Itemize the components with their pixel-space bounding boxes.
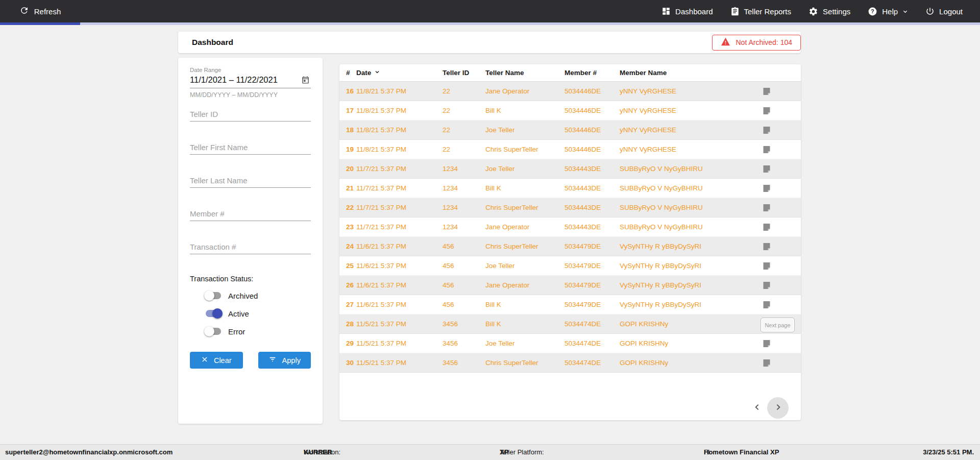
table-row[interactable]: 1911/8/21 5:37 PM22Chris SuperTeller5034… bbox=[339, 140, 801, 159]
nav-logout[interactable]: Logout bbox=[925, 7, 963, 16]
transactions-table-card: # Date Teller ID Teller Name Member # Me… bbox=[339, 64, 801, 420]
apply-button[interactable]: Apply bbox=[258, 352, 311, 369]
calendar-icon[interactable] bbox=[301, 76, 310, 84]
table-row[interactable]: 2911/5/21 5:37 PM3456Joe Teller5034474DE… bbox=[339, 334, 801, 353]
nav-settings-label: Settings bbox=[823, 7, 850, 16]
row-date: 11/8/21 5:37 PM bbox=[356, 107, 443, 114]
nav-settings[interactable]: Settings bbox=[808, 7, 850, 16]
refresh-button[interactable]: Refresh bbox=[0, 0, 80, 22]
col-header-member-number[interactable]: Member # bbox=[565, 69, 620, 77]
note-icon[interactable] bbox=[759, 262, 801, 270]
note-icon[interactable] bbox=[759, 107, 801, 115]
row-number: 18 bbox=[346, 126, 356, 134]
row-teller-name: Jane Operator bbox=[485, 87, 565, 95]
nav-dashboard[interactable]: Dashboard bbox=[662, 7, 713, 16]
note-icon[interactable] bbox=[759, 184, 801, 192]
clipboard-icon bbox=[730, 7, 740, 16]
svg-text:?: ? bbox=[871, 8, 874, 14]
clear-label: Clear bbox=[214, 356, 232, 365]
row-number: 17 bbox=[346, 107, 356, 114]
nav-dashboard-label: Dashboard bbox=[675, 7, 713, 16]
row-member-number: 5034443DE bbox=[565, 184, 620, 192]
row-number: 25 bbox=[346, 262, 356, 270]
row-teller-id: 1234 bbox=[443, 165, 485, 173]
note-icon[interactable] bbox=[759, 301, 801, 309]
col-header-member-name[interactable]: Member Name bbox=[620, 69, 759, 77]
row-member-name: GOPI KRISHNy bbox=[620, 359, 759, 367]
row-member-number: 5034446DE bbox=[565, 126, 620, 134]
table-row[interactable]: 2411/6/21 5:37 PM456Chris SuperTeller503… bbox=[339, 237, 801, 256]
next-page-button[interactable] bbox=[767, 397, 789, 419]
note-icon[interactable] bbox=[759, 165, 801, 173]
archived-switch[interactable] bbox=[204, 290, 223, 301]
row-teller-id: 456 bbox=[443, 301, 485, 308]
table-row[interactable]: 2011/7/21 5:37 PM1234Joe Teller5034443DE… bbox=[339, 159, 801, 179]
not-archived-badge[interactable]: Not Archived: 104 bbox=[712, 35, 801, 51]
row-teller-name: Joe Teller bbox=[485, 126, 565, 134]
col-header-date[interactable]: Date bbox=[356, 69, 443, 77]
row-number: 30 bbox=[346, 359, 356, 367]
row-number: 24 bbox=[346, 243, 356, 250]
note-icon[interactable] bbox=[759, 126, 801, 134]
table-row[interactable]: 2811/5/21 5:37 PM3456Bill K5034474DEGOPI… bbox=[339, 314, 801, 334]
col-header-teller-id[interactable]: Teller ID bbox=[443, 69, 485, 77]
warning-icon bbox=[721, 37, 730, 47]
row-teller-id: 3456 bbox=[443, 359, 485, 367]
next-page-tooltip: Next page bbox=[761, 318, 795, 332]
previous-page-button[interactable] bbox=[751, 402, 763, 414]
nav-teller-reports[interactable]: Teller Reports bbox=[730, 7, 792, 16]
tab-indicator-track bbox=[0, 22, 980, 25]
status-bar-datetime: 3/23/25 5:51 PM. bbox=[923, 445, 974, 460]
table-row[interactable]: 2511/6/21 5:37 PM456Joe Teller5034479DEV… bbox=[339, 256, 801, 276]
row-teller-id: 22 bbox=[443, 126, 485, 134]
row-member-number: 5034479DE bbox=[565, 281, 620, 289]
row-teller-id: 22 bbox=[443, 146, 485, 153]
row-member-number: 5034446DE bbox=[565, 87, 620, 95]
active-switch[interactable] bbox=[204, 308, 223, 319]
row-date: 11/8/21 5:37 PM bbox=[356, 146, 443, 153]
top-navigation-bar: Refresh Dashboard Teller Reports Setting… bbox=[0, 0, 980, 22]
table-row[interactable]: 1811/8/21 5:37 PM22Joe Teller5034446DEyN… bbox=[339, 120, 801, 140]
note-icon[interactable] bbox=[759, 340, 801, 348]
note-icon[interactable] bbox=[759, 204, 801, 212]
nav-help[interactable]: ? Help bbox=[868, 7, 908, 16]
table-row[interactable]: 2611/6/21 5:37 PM456Jane Operator5034479… bbox=[339, 276, 801, 295]
row-date: 11/6/21 5:37 PM bbox=[356, 301, 443, 308]
row-teller-name: Bill K bbox=[485, 320, 565, 328]
table-row[interactable]: 2111/7/21 5:37 PM1234Bill K5034443DESUBB… bbox=[339, 179, 801, 198]
note-icon[interactable] bbox=[759, 146, 801, 154]
note-icon[interactable] bbox=[759, 223, 801, 231]
teller-id-input[interactable] bbox=[190, 107, 311, 122]
note-icon[interactable] bbox=[759, 359, 801, 367]
table-row[interactable]: 2211/7/21 5:37 PM1234Chris SuperTeller50… bbox=[339, 198, 801, 217]
date-range-input[interactable] bbox=[190, 75, 292, 85]
table-row[interactable]: 1611/8/21 5:37 PM22Jane Operator5034446D… bbox=[339, 82, 801, 101]
table-row[interactable]: 2311/7/21 5:37 PM1234Jane Operator503444… bbox=[339, 217, 801, 237]
col-header-number[interactable]: # bbox=[346, 69, 356, 77]
row-number: 22 bbox=[346, 204, 356, 211]
transaction-number-input[interactable] bbox=[190, 239, 311, 254]
toggle-active[interactable]: Active bbox=[204, 308, 311, 319]
note-icon[interactable] bbox=[759, 87, 801, 95]
col-header-teller-name[interactable]: Teller Name bbox=[485, 69, 565, 77]
date-range-field[interactable] bbox=[190, 73, 311, 88]
date-range-helper: MM/DD/YYYY – MM/DD/YYYY bbox=[190, 91, 311, 99]
teller-first-name-input[interactable] bbox=[190, 140, 311, 155]
clear-button[interactable]: Clear bbox=[190, 352, 243, 369]
teller-last-name-input[interactable] bbox=[190, 173, 311, 188]
toggle-archived[interactable]: Archived bbox=[204, 290, 311, 301]
table-row[interactable]: 2711/6/21 5:37 PM456Bill K5034479DEVySyN… bbox=[339, 295, 801, 314]
row-teller-name: Jane Operator bbox=[485, 281, 565, 289]
table-row[interactable]: 1711/8/21 5:37 PM22Bill K5034446DEyNNY V… bbox=[339, 101, 801, 120]
toggle-error[interactable]: Error bbox=[204, 326, 311, 336]
error-switch[interactable] bbox=[204, 326, 223, 336]
table-header-row: # Date Teller ID Teller Name Member # Me… bbox=[339, 64, 801, 82]
note-icon[interactable] bbox=[759, 281, 801, 289]
row-teller-name: Chris SuperTeller bbox=[485, 146, 565, 153]
row-number: 20 bbox=[346, 165, 356, 173]
note-icon[interactable] bbox=[759, 243, 801, 251]
member-number-input[interactable] bbox=[190, 206, 311, 221]
active-tab-indicator bbox=[0, 22, 80, 25]
table-row[interactable]: 3011/5/21 5:37 PM3456Chris SuperTeller50… bbox=[339, 353, 801, 373]
row-member-name: yNNY VyRGHESE bbox=[620, 146, 759, 153]
